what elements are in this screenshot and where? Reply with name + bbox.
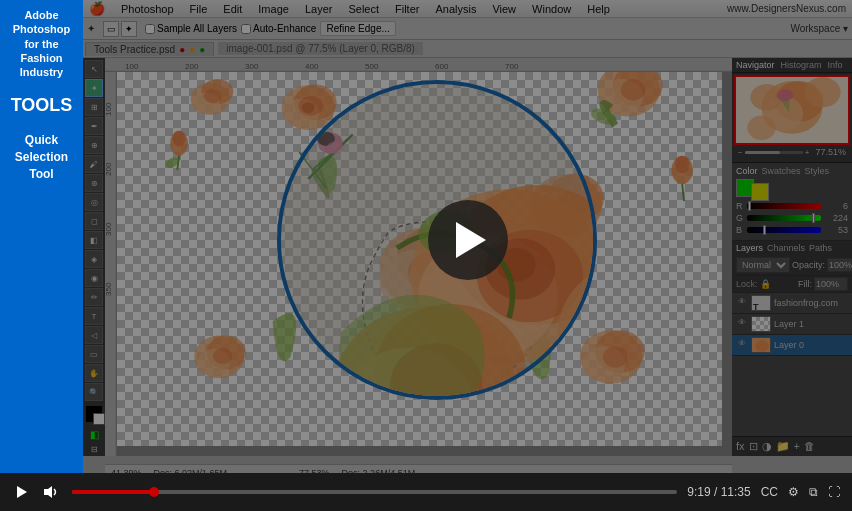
svg-marker-85: [44, 486, 52, 498]
main-area: 🍎 Photoshop File Edit Image Layer Select…: [83, 0, 852, 480]
left-sidebar: AdobePhotoshopfor theFashionIndustry TOO…: [0, 0, 83, 480]
pip-button[interactable]: ⧉: [809, 485, 818, 499]
settings-button[interactable]: ⚙: [788, 485, 799, 499]
current-time: 9:19 / 11:35: [687, 485, 750, 499]
sidebar-title: AdobePhotoshopfor theFashionIndustry: [13, 8, 70, 79]
cc-button[interactable]: CC: [761, 485, 778, 499]
sidebar-tools-label: TOOLS: [11, 95, 73, 116]
video-controls-bar: 9:19 / 11:35 CC ⚙ ⧉ ⛶: [0, 473, 852, 511]
progress-thumb: [149, 487, 159, 497]
progress-fill: [72, 490, 154, 494]
ps-screenshot: 🍎 Photoshop File Edit Image Layer Select…: [83, 0, 852, 480]
svg-marker-84: [17, 486, 27, 498]
play-button[interactable]: [428, 200, 508, 280]
volume-button[interactable]: [42, 482, 62, 502]
fullscreen-button[interactable]: ⛶: [828, 485, 840, 499]
play-triangle-icon: [456, 222, 486, 258]
video-play-overlay[interactable]: [83, 0, 852, 480]
progress-bar[interactable]: [72, 490, 677, 494]
sidebar-tool-description: Quick Selection Tool: [15, 132, 68, 182]
play-pause-button[interactable]: [12, 482, 32, 502]
